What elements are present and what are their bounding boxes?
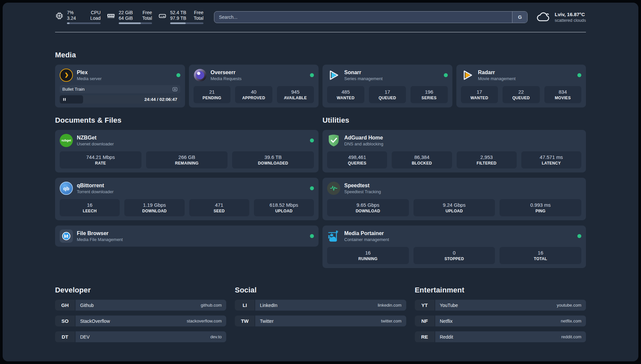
disk-progress-fill xyxy=(170,22,186,24)
playback-time: 24:44 / 02:06:47 xyxy=(144,97,180,102)
status-badge xyxy=(444,73,448,77)
adguard-card[interactable]: AdGuard Home DNS and adblocking 498,461Q… xyxy=(322,130,586,172)
link-item-linkedin[interactable]: LI LinkedInlinkedin.com xyxy=(235,300,406,311)
qbittorrent-card[interactable]: qb qBittorrent Torrent downloader 16LEEC… xyxy=(55,178,319,220)
stat-download: 9.65 GbpsDOWNLOAD xyxy=(327,199,409,216)
plex-card[interactable]: Plex Media server Bullet Train xyxy=(55,65,185,107)
speedtest-card[interactable]: Speedtest Speedtest Tracking 9.65 GbpsDO… xyxy=(322,178,586,220)
disk-total-label: Total xyxy=(194,15,203,21)
link-url: stackoverflow.com xyxy=(187,318,222,323)
ram-free-label: Free xyxy=(142,10,152,15)
app-name: Plex xyxy=(77,69,102,76)
app-name: Sonarr xyxy=(344,69,382,76)
app-desc: Torrent downloader xyxy=(77,189,113,195)
ram-free-value: 22 GiB xyxy=(119,10,133,15)
radarr-icon xyxy=(461,69,474,82)
app-name: qBittorrent xyxy=(77,182,113,189)
cpu-progress-fill xyxy=(67,22,70,24)
app-name: AdGuard Home xyxy=(344,135,383,141)
stat-queries: 498,461QUERIES xyxy=(327,151,387,168)
cloud-icon xyxy=(536,11,551,24)
portainer-card[interactable]: Media Portainer Container management 16R… xyxy=(322,226,586,268)
overseerr-card[interactable]: Overseerr Media Requests 21PENDING 40APP… xyxy=(189,65,319,107)
ram-icon xyxy=(107,12,115,21)
pause-button[interactable] xyxy=(62,97,67,102)
radarr-card[interactable]: Radarr Movie management 17WANTED 22QUEUE… xyxy=(456,65,586,107)
app-desc: Container management xyxy=(344,237,389,242)
search-engine-button[interactable]: G xyxy=(512,12,527,23)
link-url: netflix.com xyxy=(561,318,581,323)
stat-movies: 834MOVIES xyxy=(544,86,582,103)
disk-icon xyxy=(158,12,167,21)
link-item-github[interactable]: GH Githubgithub.com xyxy=(55,300,226,311)
cpu-progressbar xyxy=(67,22,101,24)
ram-total-label: Total xyxy=(142,15,152,21)
link-name: Github xyxy=(80,303,94,308)
dashboard-page: 7%CPU 3.24Load 22 GiBFree 64 GiBTotal xyxy=(3,3,638,361)
entertainment-section: Entertainment YT YouTubeyoutube.com NF N… xyxy=(415,286,586,342)
status-badge xyxy=(176,73,180,77)
status-badge xyxy=(310,73,314,77)
stat-wanted: 17WANTED xyxy=(461,86,498,103)
link-item-dev[interactable]: DT DEVdev.to xyxy=(55,331,226,342)
ram-total-value: 64 GiB xyxy=(119,15,133,21)
link-item-youtube[interactable]: YT YouTubeyoutube.com xyxy=(415,300,586,311)
qbittorrent-icon: qb xyxy=(60,182,73,195)
section-title-documents: Documents & Files xyxy=(55,116,319,125)
app-name: Media Portainer xyxy=(344,230,389,237)
link-name: Netflix xyxy=(440,318,453,324)
app-desc: Media Requests xyxy=(211,76,242,81)
link-name: Reddit xyxy=(440,334,453,340)
social-section: Social LI LinkedInlinkedin.com TW Twitte… xyxy=(235,286,406,342)
stat-downloaded: 39.6 TBDOWNLOADED xyxy=(232,151,314,168)
link-url: linkedin.com xyxy=(378,303,401,308)
sonarr-card[interactable]: Sonarr Series management 485WANTED 17QUE… xyxy=(322,65,452,107)
status-badge xyxy=(310,186,314,190)
search-input[interactable] xyxy=(214,12,512,23)
link-item-stackoverflow[interactable]: SO StackOverflowstackoverflow.com xyxy=(55,316,226,326)
app-name: NZBGet xyxy=(77,135,114,141)
link-item-netflix[interactable]: NF Netflixnetflix.com xyxy=(415,316,586,326)
link-abbr: RE xyxy=(415,331,435,342)
disk-free-value: 52.4 TB xyxy=(170,10,186,15)
disk-total-value: 97.9 TB xyxy=(170,15,186,21)
cpu-load-value: 3.24 xyxy=(67,15,76,21)
now-playing-row: Bullet Train xyxy=(60,85,180,93)
stat-filtered: 2,953FILTERED xyxy=(457,151,517,168)
link-url: dev.to xyxy=(210,334,222,339)
ram-progressbar xyxy=(119,22,152,24)
link-item-reddit[interactable]: RE Redditreddit.com xyxy=(415,331,586,342)
app-name: File Browser xyxy=(77,230,123,237)
adguard-icon xyxy=(327,134,340,147)
cast-screen-icon[interactable] xyxy=(172,86,178,92)
section-title-social: Social xyxy=(235,286,406,294)
stat-wanted: 485WANTED xyxy=(327,86,364,103)
app-desc: Media server xyxy=(77,76,102,81)
ram-progress-fill xyxy=(119,22,141,24)
link-item-twitter[interactable]: TW Twittertwitter.com xyxy=(235,316,406,326)
stat-upload: 618.52 MbpsUPLOAD xyxy=(254,199,314,216)
stat-upload: 9.24 GbpsUPLOAD xyxy=(413,199,495,216)
app-name: Speedtest xyxy=(344,182,381,189)
link-abbr: NF xyxy=(415,316,435,326)
stat-series: 196SERIES xyxy=(411,86,448,103)
stat-running: 16RUNNING xyxy=(327,247,409,264)
filebrowser-icon xyxy=(60,229,73,243)
utilities-column: Utilities AdGuard Home xyxy=(322,116,586,268)
filebrowser-card[interactable]: File Browser Media File Management xyxy=(55,226,319,247)
nzbget-card[interactable]: nzbget NZBGet Usenet downloader 744.21 M… xyxy=(55,130,319,172)
portainer-icon xyxy=(327,229,340,243)
stat-leech: 16LEECH xyxy=(60,199,120,216)
link-abbr: LI xyxy=(235,300,255,311)
sonarr-icon xyxy=(327,69,340,82)
app-name: Radarr xyxy=(478,69,516,76)
stat-available: 945AVAILABLE xyxy=(277,86,314,103)
cpu-icon xyxy=(55,12,64,21)
documents-column: Documents & Files nzbget NZBGet Usenet d… xyxy=(55,116,319,268)
link-abbr: TW xyxy=(235,316,255,326)
app-desc: DNS and adblocking xyxy=(344,141,383,147)
link-abbr: GH xyxy=(55,300,75,311)
disk-free-label: Free xyxy=(194,10,203,15)
playback-progressbar[interactable]: 24:44 / 02:06:47 xyxy=(60,95,180,104)
app-desc: Movie management xyxy=(478,76,516,81)
